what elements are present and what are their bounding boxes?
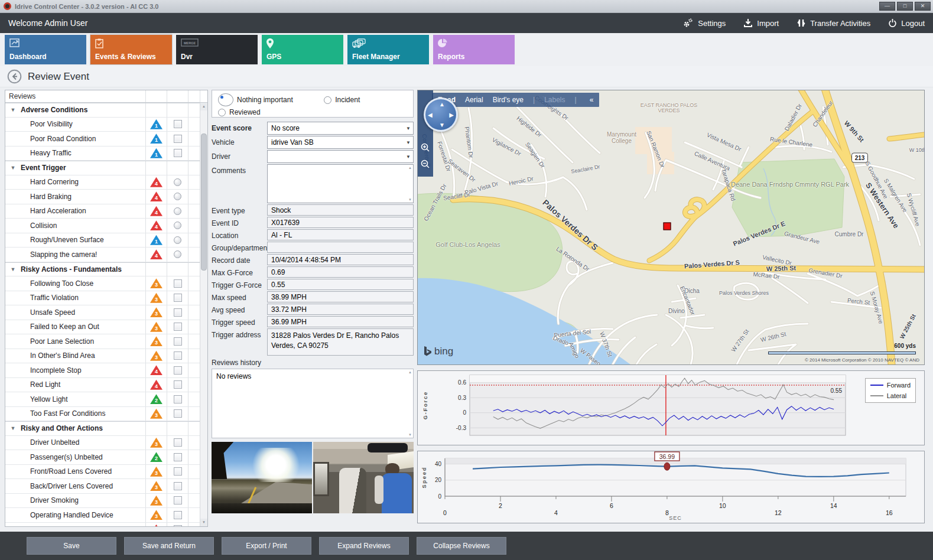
checkbox-poor-road-condition[interactable] <box>174 135 182 143</box>
collapse-arrow-icon[interactable]: ▼ <box>5 107 21 113</box>
chevron-down-icon: ▼ <box>406 154 411 159</box>
checkbox-driver-unbelted[interactable] <box>174 438 182 447</box>
radio-hard-braking[interactable] <box>174 193 181 200</box>
pan-up-icon[interactable]: ▲ <box>439 101 445 108</box>
tab-events-reviews[interactable]: Events & Reviews <box>90 35 172 64</box>
scroll-up-icon[interactable]: ▲ <box>200 103 207 110</box>
checkbox-back-driver-lens-covered[interactable] <box>174 482 182 490</box>
checkbox-red-light[interactable] <box>174 380 182 389</box>
tab-reports[interactable]: Reports <box>433 35 515 64</box>
close-button[interactable]: ✕ <box>915 2 931 11</box>
logout-button[interactable]: Logout <box>888 18 925 28</box>
checkbox-operating-handled-device[interactable] <box>174 511 182 519</box>
svg-text:14: 14 <box>830 502 837 509</box>
event-location-marker[interactable] <box>664 223 671 230</box>
tab-fleet-manager[interactable]: Fleet Manager <box>347 35 429 64</box>
checkbox-poor-visibility[interactable] <box>174 120 182 128</box>
top-bar: Welcome Admin User SettingsImportTransfe… <box>0 13 933 33</box>
radio-collision[interactable] <box>174 222 181 229</box>
collapse-arrow-icon[interactable]: ▼ <box>5 165 21 171</box>
severity-2-triangle-icon: 2 <box>150 394 162 404</box>
review-item-yellow-light: Yellow Light2 <box>5 392 200 407</box>
svg-text:6: 6 <box>610 502 613 509</box>
scroll-up-icon[interactable]: ▲ <box>408 370 412 374</box>
checkbox-front-road-lens-covered[interactable] <box>174 467 182 476</box>
radio-reviewed[interactable]: Reviewed <box>218 108 324 116</box>
transfer-activities-button[interactable]: Transfer Activities <box>797 18 870 28</box>
map-view-aerial[interactable]: Aerial <box>465 96 483 104</box>
tab-gps[interactable]: GPS <box>262 35 343 64</box>
minimize-button[interactable]: — <box>879 2 895 11</box>
pan-down-icon[interactable]: ▼ <box>439 122 445 128</box>
radio-nothing-important[interactable]: Nothing important <box>218 93 324 106</box>
vehicle-dropdown[interactable]: idrive Van SB▼ <box>267 136 414 149</box>
collapse-arrow-icon[interactable]: ▼ <box>5 425 21 431</box>
checkbox-traffic-violation[interactable] <box>174 294 182 302</box>
camera-road-view[interactable] <box>212 442 312 513</box>
checkbox-unsafe-speed[interactable] <box>174 308 182 317</box>
checkbox-tampering-abusing-equipment[interactable] <box>174 525 182 526</box>
map-toolbar-collapse-button[interactable]: « <box>590 96 594 104</box>
reviews-scrollbar[interactable]: ▲ ▼ <box>200 103 207 526</box>
severity-3-triangle-icon: 3 <box>150 293 162 303</box>
tab-dvr[interactable]: MERGEDvr <box>176 35 258 64</box>
checkbox-failed-to-keep-an-out[interactable] <box>174 323 182 331</box>
camera-cabin-view[interactable] <box>313 442 414 513</box>
zoom-in-button[interactable] <box>420 142 431 153</box>
driver-dropdown[interactable]: ▼ <box>267 150 414 163</box>
map-view-bird-s-eye[interactable]: Bird's eye <box>493 96 524 104</box>
scroll-up-icon[interactable]: ▲ <box>408 166 412 170</box>
checkbox-driver-smoking[interactable] <box>174 496 182 504</box>
radio-rough-uneven-surface[interactable] <box>174 236 181 244</box>
checkbox-too-fast-for-conditions[interactable] <box>174 409 182 418</box>
map-attribution: © 2014 Microsoft Corporation © 2010 NAVT… <box>805 357 919 363</box>
driver-torso <box>382 473 412 513</box>
checkbox-heavy-traffic[interactable] <box>174 149 182 157</box>
severity-3-triangle-icon: 3 <box>150 438 162 448</box>
maximize-button[interactable]: □ <box>897 2 913 11</box>
severity-4-triangle-icon: 4 <box>150 525 162 526</box>
radio-slapping-the-camera[interactable] <box>174 250 181 258</box>
radio-hard-cornering[interactable] <box>174 178 181 186</box>
import-button[interactable]: Import <box>743 18 779 28</box>
severity-4-triangle-icon: 4 <box>150 191 162 201</box>
scroll-down-icon[interactable]: ▼ <box>200 519 207 526</box>
field-label-avg-speed: Avg speed <box>212 304 267 315</box>
checkbox-yellow-light[interactable] <box>174 395 182 403</box>
review-item-passenger-s-unbelted: Passenger(s) Unbelted2 <box>5 450 200 465</box>
save-button[interactable]: Save <box>27 537 116 555</box>
tab-dashboard[interactable]: Dashboard <box>5 35 86 64</box>
collapse-arrow-icon[interactable]: ▼ <box>5 266 21 272</box>
scroll-down-icon[interactable]: ▼ <box>408 433 412 437</box>
gear-icon <box>682 18 694 28</box>
checkbox-poor-lane-selection[interactable] <box>174 337 182 346</box>
sun-glare <box>247 448 305 482</box>
checkbox-in-other-s-blind-area[interactable] <box>174 351 182 360</box>
field-row-event-id: Event IDX017639 <box>212 217 414 228</box>
radio-incident[interactable]: Incident <box>324 93 407 106</box>
event-score-dropdown[interactable]: No score▼ <box>267 122 414 135</box>
settings-button[interactable]: Settings <box>682 18 726 28</box>
map-view-labels[interactable]: Labels <box>544 96 565 104</box>
svg-text:SEC: SEC <box>669 515 682 521</box>
map-pan-control[interactable]: ▲ ▼ ◀ ▶ <box>424 97 458 132</box>
scrollbar-thumb[interactable] <box>201 134 207 271</box>
map-label-cumbre-dr: Cumbre Dr <box>835 232 864 238</box>
export-print-button[interactable]: Export / Print <box>222 537 311 555</box>
back-button[interactable] <box>7 69 22 84</box>
zoom-out-button[interactable] <box>420 159 431 170</box>
checkbox-passenger-s-unbelted[interactable] <box>174 453 182 461</box>
pan-right-icon[interactable]: ▶ <box>449 112 454 118</box>
collapse-reviews-button[interactable]: Collapse Reviews <box>417 537 506 555</box>
map-panel[interactable]: EAST RANCHO PALOSVERDESMarymountCollegeG… <box>417 90 925 365</box>
pan-left-icon[interactable]: ◀ <box>428 112 433 118</box>
radio-hard-acceleration[interactable] <box>174 207 181 215</box>
comments-input[interactable]: ▲▼ <box>267 164 414 203</box>
scroll-down-icon[interactable]: ▼ <box>408 198 412 201</box>
expand-reviews-button[interactable]: Expand Reviews <box>319 537 409 555</box>
checkbox-following-too-close[interactable] <box>174 279 182 288</box>
save-and-return-button[interactable]: Save and Return <box>124 537 214 555</box>
checkbox-incomplete-stop[interactable] <box>174 366 182 375</box>
field-row-trigger-g-force: Trigger G-Force0.55 <box>212 279 414 290</box>
svg-text:8: 8 <box>665 509 669 516</box>
